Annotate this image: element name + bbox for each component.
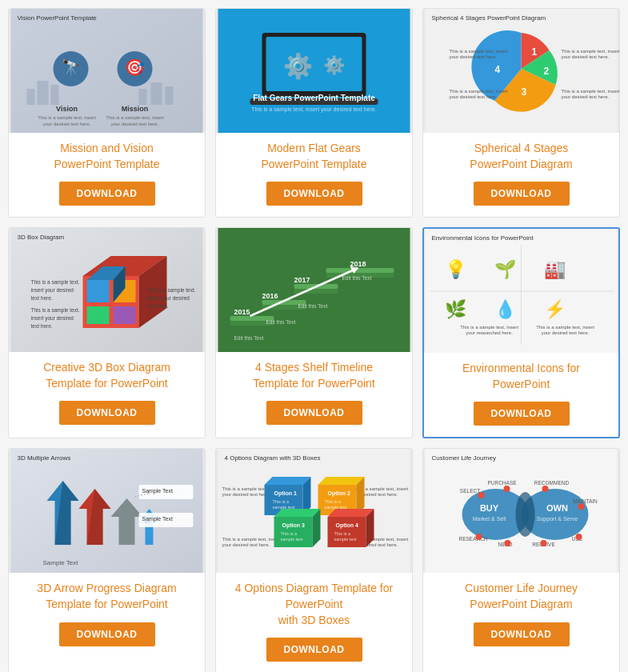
thumb-mission-vision: Vision PowerPoint Template 🔭 🎯 Vision Mi… [9, 9, 205, 133]
svg-text:your desired text here.: your desired text here. [562, 94, 610, 99]
card-spherical-stages: Spherical 4 Stages PowerPoint Diagram 1 … [422, 8, 620, 218]
svg-text:Vision: Vision [56, 105, 78, 113]
svg-rect-93 [11, 449, 203, 573]
svg-text:3D Box Diagram: 3D Box Diagram [18, 234, 65, 241]
thumb-customer-journey: Customer Life Journey BUY Market & Sell … [423, 449, 619, 573]
svg-text:Support & Serve: Support & Serve [537, 516, 578, 522]
card-title-spherical-stages: Spherical 4 StagesPowerPoint Diagram [470, 141, 572, 172]
svg-text:sample text: sample text [281, 537, 304, 542]
svg-point-163 [476, 534, 482, 540]
svg-text:4 Options Diagram with 3D Boxe: 4 Options Diagram with 3D Boxes [225, 454, 321, 462]
svg-text:This is a sample text, insert: This is a sample text, insert [38, 115, 96, 120]
download-btn-env-icons[interactable]: DOWNLOAD [474, 402, 570, 426]
svg-point-164 [505, 540, 511, 546]
svg-point-159 [478, 492, 485, 498]
svg-text:your desired text here.: your desired text here. [542, 330, 590, 335]
svg-text:Option 1: Option 1 [274, 490, 297, 497]
svg-text:your desired text here.: your desired text here. [111, 122, 159, 126]
svg-rect-45 [87, 280, 110, 302]
svg-point-146 [516, 492, 535, 537]
thumb-3d-box: 3D Box Diagram This is a sample text. in [9, 228, 205, 352]
svg-text:2016: 2016 [262, 292, 278, 300]
svg-text:This is a: This is a [334, 531, 351, 536]
svg-text:This is a sample text, insert : This is a sample text, insert your desir… [251, 106, 376, 113]
thumb-flat-gears: ⚙️ ⚙️ Flat Gears PowerPoint Template Thi… [216, 9, 412, 133]
svg-point-161 [542, 486, 549, 492]
svg-text:🔭: 🔭 [61, 58, 81, 77]
svg-rect-6 [27, 89, 35, 105]
download-btn-3d-box[interactable]: DOWNLOAD [59, 401, 155, 425]
svg-text:🌱: 🌱 [494, 258, 517, 280]
svg-text:This is a sample text, insert: This is a sample text, insert [450, 49, 508, 54]
card-title-3d-box: Creative 3D Box DiagramTemplate for Powe… [43, 360, 170, 391]
svg-text:Spherical 4 Stages PowerPoint : Spherical 4 Stages PowerPoint Diagram [432, 14, 546, 22]
svg-text:Mission: Mission [122, 105, 149, 113]
download-btn-spherical-stages[interactable]: DOWNLOAD [474, 182, 570, 206]
svg-text:💧: 💧 [494, 298, 517, 320]
svg-text:3D Multiple Arrows: 3D Multiple Arrows [18, 454, 71, 462]
svg-text:MAINTAIN: MAINTAIN [573, 498, 598, 504]
svg-text:Edit this Text: Edit this Text [342, 275, 372, 281]
svg-text:🎯: 🎯 [125, 58, 145, 77]
svg-text:text here.: text here. [31, 323, 53, 329]
svg-rect-9 [139, 89, 147, 105]
card-title-3d-arrows: 3D Arrow Progress DiagramTemplate for Po… [37, 581, 176, 612]
svg-text:This is a sample text, insert: This is a sample text, insert [460, 325, 518, 330]
svg-marker-125 [318, 477, 365, 485]
svg-text:Edit this Text: Edit this Text [234, 335, 264, 341]
svg-text:2017: 2017 [294, 276, 310, 284]
svg-text:This is a sample text, insert: This is a sample text, insert [536, 325, 594, 330]
svg-point-160 [504, 486, 510, 492]
svg-text:insert your desired: insert your desired [31, 315, 74, 322]
card-shelf-timeline: 2015 2016 2017 2018 Edit this Text Edit … [215, 227, 413, 438]
svg-text:your desired text here.: your desired text here. [222, 542, 270, 547]
svg-text:Vision PowerPoint Template: Vision PowerPoint Template [18, 14, 98, 22]
svg-text:2015: 2015 [234, 308, 250, 316]
svg-rect-0 [11, 9, 203, 133]
svg-point-166 [576, 534, 582, 540]
card-title-env-icons: Environmental Icons forPowerPoint [462, 361, 580, 392]
download-btn-customer-journey[interactable]: DOWNLOAD [474, 622, 570, 646]
svg-text:insert your desired: insert your desired [31, 287, 74, 294]
svg-text:Edit this Text: Edit this Text [266, 319, 296, 325]
svg-text:This is a: This is a [273, 499, 290, 504]
svg-marker-131 [274, 509, 321, 517]
card-3d-arrows: 3D Multiple Arrows Sample Text Sample Te… [8, 448, 206, 672]
card-customer-journey: Customer Life Journey BUY Market & Sell … [422, 448, 620, 672]
svg-text:Option 3: Option 3 [282, 522, 305, 529]
card-env-icons: Environmental Icons for PowerPoint 💡 🌱 🏭… [422, 227, 620, 438]
svg-text:Customer Life Journey: Customer Life Journey [432, 454, 496, 462]
svg-text:Sample Text: Sample Text [142, 516, 173, 522]
download-btn-shelf-timeline[interactable]: DOWNLOAD [266, 401, 362, 425]
svg-rect-7 [38, 81, 49, 105]
svg-text:BUY: BUY [480, 503, 499, 513]
svg-marker-119 [265, 477, 311, 485]
svg-text:This is a sample text.: This is a sample text. [31, 279, 80, 286]
download-btn-3d-arrows[interactable]: DOWNLOAD [59, 622, 155, 646]
svg-rect-11 [166, 86, 174, 105]
svg-text:text here.: text here. [31, 295, 53, 301]
download-btn-mission-vision[interactable]: DOWNLOAD [59, 182, 155, 206]
thumb-spherical-stages: Spherical 4 Stages PowerPoint Diagram 1 … [423, 9, 619, 133]
svg-text:⚙️: ⚙️ [283, 52, 314, 81]
svg-text:Environmental Icons for PowerP: Environmental Icons for PowerPoint [432, 234, 534, 242]
svg-text:Sample Text: Sample Text [142, 488, 173, 494]
svg-text:your desired text here.: your desired text here. [450, 54, 498, 59]
svg-text:Market & Sell: Market & Sell [473, 516, 506, 522]
svg-text:🌿: 🌿 [445, 298, 467, 320]
download-btn-flat-gears[interactable]: DOWNLOAD [266, 182, 362, 206]
svg-text:⚡: ⚡ [544, 298, 566, 320]
svg-text:4: 4 [495, 64, 501, 75]
svg-text:This is a sample text.: This is a sample text. [31, 307, 80, 314]
svg-text:1: 1 [532, 46, 538, 58]
svg-rect-8 [51, 85, 59, 105]
svg-text:Edit this Text: Edit this Text [298, 303, 328, 309]
svg-rect-20 [266, 37, 362, 91]
download-btn-4-options[interactable]: DOWNLOAD [266, 638, 362, 662]
card-title-4-options: 4 Options Diagram Template for PowerPoin… [224, 581, 404, 628]
card-4-options: 4 Options Diagram with 3D Boxes This is … [215, 448, 413, 672]
svg-text:your researched here.: your researched here. [466, 330, 513, 335]
svg-rect-67 [326, 268, 394, 273]
svg-text:RECOMMEND: RECOMMEND [534, 480, 570, 486]
svg-text:Option 2: Option 2 [328, 490, 350, 497]
